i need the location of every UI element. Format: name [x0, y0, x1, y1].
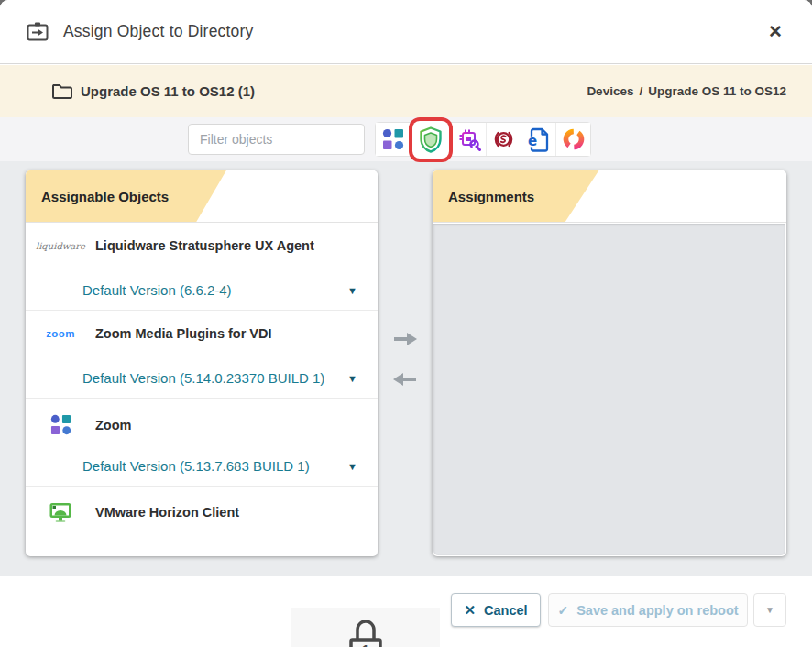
object-name: VMware Horizon Client: [95, 505, 239, 520]
chevron-down-icon: ▼: [347, 285, 357, 296]
svg-text:e: e: [528, 133, 537, 149]
list-item[interactable]: Zoom Default Version (5.13.7.683 BUILD 1…: [26, 399, 378, 487]
chevron-down-icon: ▼: [347, 461, 357, 472]
close-icon[interactable]: ✕: [764, 19, 786, 44]
directory-name: Upgrade OS 11 to OS12 (1): [81, 83, 255, 99]
check-icon: ✓: [557, 603, 568, 618]
x-icon: ✕: [464, 602, 476, 619]
chevron-down-icon: ▼: [347, 373, 357, 384]
breadcrumb-separator: /: [639, 84, 642, 98]
assignments-empty-area: [433, 224, 785, 555]
save-options-dropdown-button[interactable]: ▼: [753, 593, 786, 627]
version-dropdown[interactable]: Default Version (5.13.7.683 BUILD 1) ▼: [82, 458, 357, 474]
zoom-app-grid-icon: [26, 414, 95, 435]
version-dropdown[interactable]: Default Version (5.14.0.23370 BUILD 1) ▼: [82, 370, 357, 386]
assignable-objects-header: Assignable Objects: [26, 170, 378, 223]
chip-wrench-icon[interactable]: [451, 123, 486, 156]
object-name: Liquidware Stratusphere UX Agent: [95, 238, 314, 253]
shield-icon[interactable]: [412, 121, 449, 159]
list-item[interactable]: VMware Horizon Client: [26, 487, 378, 554]
horizon-monitor-icon: [26, 502, 95, 522]
list-item[interactable]: zoom Zoom Media Plugins for VDI Default …: [26, 311, 378, 399]
app-grid-icon[interactable]: [376, 123, 411, 156]
move-right-button[interactable]: [391, 331, 419, 347]
breadcrumb-devices[interactable]: Devices: [587, 84, 633, 98]
list-item[interactable]: liquidware Liquidware Stratusphere UX Ag…: [26, 223, 378, 311]
move-left-button[interactable]: [391, 371, 419, 388]
assign-to-directory-icon: [26, 20, 49, 44]
filter-objects-input[interactable]: [188, 124, 365, 155]
save-and-apply-button[interactable]: ✓ Save and apply on reboot: [548, 593, 748, 627]
transfer-arrows: [378, 331, 433, 388]
object-name: Zoom Media Plugins for VDI: [95, 326, 272, 341]
ring-icon[interactable]: [555, 123, 590, 156]
dialog-content: Assignable Objects liquidware Liquidware…: [0, 161, 812, 576]
assignments-title: Assignments: [433, 170, 786, 223]
version-label: Default Version (6.6.2-4): [82, 282, 232, 298]
cancel-button[interactable]: ✕ Cancel: [451, 593, 541, 627]
liquidware-logo: liquidware: [26, 241, 95, 251]
filter-toolbar: e: [0, 117, 812, 161]
zoom-logo: zoom: [26, 328, 95, 339]
directory-bar: Upgrade OS 11 to OS12 (1) Devices / Upgr…: [0, 65, 812, 117]
breadcrumb-current[interactable]: Upgrade OS 11 to OS12: [648, 84, 786, 98]
version-dropdown[interactable]: Default Version (6.6.2-4) ▼: [82, 282, 357, 298]
chevron-down-icon: ▼: [765, 605, 774, 615]
dialog-titlebar: Assign Object to Directory ✕: [0, 0, 812, 64]
version-label: Default Version (5.14.0.23370 BUILD 1): [82, 370, 324, 386]
assignments-panel: Assignments: [433, 170, 786, 556]
lock-indicator: 1: [291, 608, 440, 647]
object-name: Zoom: [95, 418, 131, 433]
svg-text:1: 1: [362, 642, 369, 647]
padlock-icon: 1: [344, 618, 388, 647]
dialog-title: Assign Object to Directory: [63, 22, 254, 41]
assignments-header: Assignments: [433, 170, 786, 223]
object-type-filter-group: e: [375, 122, 591, 157]
assignable-objects-title: Assignable Objects: [26, 170, 378, 223]
assign-object-dialog: Assign Object to Directory ✕ Upgrade OS …: [0, 0, 812, 647]
breadcrumb: Devices / Upgrade OS 11 to OS12: [587, 84, 786, 98]
cancel-label: Cancel: [484, 603, 528, 618]
dialog-footer: 1 ✕ Cancel ✓ Save and apply on reboot ▼: [0, 576, 812, 647]
save-label: Save and apply on reboot: [576, 603, 738, 618]
assignable-objects-panel: Assignable Objects liquidware Liquidware…: [26, 170, 378, 556]
document-e-icon[interactable]: e: [521, 123, 555, 156]
folder-icon: [51, 82, 72, 100]
version-label: Default Version (5.13.7.683 BUILD 1): [82, 458, 310, 474]
gauge-icon[interactable]: [486, 123, 521, 156]
